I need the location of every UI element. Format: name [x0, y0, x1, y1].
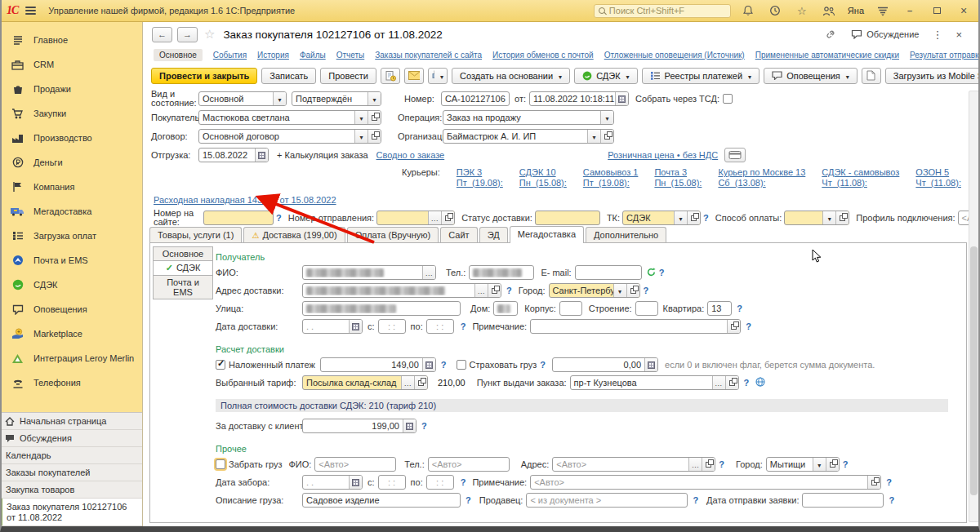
refresh-icon[interactable] [647, 268, 656, 278]
sidebar-item-current-order[interactable]: Заказ покупателя 102127106 от 11.08.2022 [0, 499, 142, 526]
service-tab-pochta-ems[interactable]: Почта и EMS [153, 275, 213, 299]
sidebar-item-megadostavka[interactable]: Мегадоставка [0, 199, 142, 224]
open-icon[interactable] [725, 376, 738, 389]
open-icon[interactable] [687, 211, 700, 224]
sidebar-item-pochta-ems[interactable]: Почта и EMS [0, 248, 142, 273]
post-and-close-button[interactable]: Провести и закрыть [151, 68, 257, 84]
sidebar-item-leroy-merlin[interactable]: Интеграция Leroy Merlin [0, 346, 142, 370]
apartment-field[interactable]: 13 [707, 301, 732, 316]
other-address-field[interactable]: <Авто> [552, 457, 715, 472]
help-icon[interactable]: ? [461, 321, 466, 331]
help-icon[interactable]: ? [421, 421, 427, 431]
more-menu-icon[interactable] [932, 29, 942, 41]
sidebar-item-dengi[interactable]: Деньги [0, 150, 142, 175]
open-icon[interactable] [826, 458, 839, 471]
other-city-field[interactable]: Мытищи [766, 457, 840, 472]
tab-site-orders[interactable]: Заказы покупателей с сайта [375, 51, 482, 60]
shipping-date-field[interactable]: 15.08.2022 [198, 148, 269, 162]
choose-icon[interactable] [422, 266, 435, 279]
delivery-date-field[interactable]: . . [302, 319, 363, 334]
open-icon[interactable] [488, 284, 501, 297]
help-icon[interactable]: ? [843, 459, 849, 469]
discussion-button[interactable]: Обсуждение [851, 29, 919, 39]
scrollbar-thumb[interactable] [970, 246, 978, 496]
load-mobile-smarts-button[interactable]: Загрузить из Mobile SMARTS [885, 68, 980, 84]
order-kind-field[interactable]: Основной [198, 91, 287, 106]
calendar-icon[interactable] [615, 92, 628, 105]
dropdown-icon[interactable] [354, 130, 368, 143]
fio-field[interactable] [302, 265, 436, 280]
forward-button[interactable] [177, 27, 198, 42]
post-button[interactable]: Провести [320, 68, 376, 84]
sidebar-item-discussions[interactable]: Обсуждения [0, 430, 142, 447]
city-field[interactable]: Санкт-Петербург [549, 283, 640, 298]
tab-sobytiya[interactable]: События [213, 51, 247, 60]
dropdown-icon[interactable] [600, 111, 613, 124]
cod-checkbox[interactable] [216, 360, 225, 370]
sidebar-item-kompaniya[interactable]: Компания [0, 175, 142, 199]
pickup-point-field[interactable]: пр-т Кузнецова [570, 375, 739, 390]
history-icon[interactable] [765, 5, 785, 16]
request-date-field[interactable] [802, 493, 884, 508]
tab-send-result[interactable]: Результат отправки (Простые оповещения) [910, 51, 980, 60]
save-button[interactable]: Записать [261, 68, 316, 84]
minimize-button[interactable] [900, 6, 920, 16]
delivery-address-field[interactable] [302, 283, 501, 298]
open-icon[interactable] [368, 130, 381, 143]
send-email-button[interactable] [404, 68, 424, 84]
order-summary-link[interactable]: Сводно о заказе [376, 150, 445, 160]
open-icon[interactable] [414, 376, 427, 389]
back-button[interactable] [152, 27, 172, 42]
sidebar-item-proizvodstvo[interactable]: Производство [0, 126, 142, 150]
choose-icon[interactable] [401, 376, 414, 389]
pickup-to-field[interactable]: : : [426, 475, 454, 490]
tracking-field[interactable] [376, 211, 455, 225]
sidebar-item-calendar[interactable]: Календарь [0, 447, 142, 464]
take-cargo-checkbox[interactable] [216, 459, 225, 469]
sidebar-item-marketplace[interactable]: Marketplace [0, 321, 142, 346]
building-field[interactable] [559, 301, 582, 316]
tk-field[interactable]: СДЭК [622, 211, 701, 225]
buyer-field[interactable]: Мастюкова светлана [198, 110, 381, 125]
note-field[interactable] [530, 319, 741, 334]
sidebar-item-sdek[interactable]: СДЭК [0, 273, 142, 297]
tab-goods-services[interactable]: Товары, услуги (1) [149, 227, 242, 242]
courier-link-ozon[interactable]: ОЗОН 5Чт_(11.08): [915, 167, 961, 188]
help-icon[interactable]: ? [659, 268, 665, 277]
tsd-checkbox[interactable] [723, 94, 733, 104]
close-tab-icon[interactable] [956, 29, 962, 41]
time-from-field[interactable]: : : [378, 319, 406, 334]
price-card-button[interactable] [724, 148, 746, 162]
tab-additional[interactable]: Дополнительно [586, 227, 666, 242]
site-number-field[interactable] [203, 211, 274, 225]
tab-megadostavka[interactable]: Мегадоставка [510, 226, 584, 243]
tab-faily[interactable]: Файлы [300, 51, 326, 60]
map-globe-icon[interactable] [755, 377, 765, 388]
order-calc-text[interactable]: + Калькуляция заказа [277, 150, 368, 160]
sidebar-item-customer-orders[interactable]: Заказы покупателей [0, 464, 142, 481]
email-field[interactable] [575, 265, 642, 280]
open-icon[interactable] [835, 211, 849, 224]
sidebar-item-home[interactable]: Начальная страница [0, 413, 142, 430]
dropdown-icon[interactable] [674, 211, 687, 224]
notifications-bell-icon[interactable] [738, 5, 758, 16]
help-icon[interactable]: ? [540, 360, 546, 370]
service-menu-icon[interactable] [873, 6, 893, 16]
choose-icon[interactable] [688, 458, 702, 471]
favorite-star-icon[interactable] [204, 27, 215, 42]
tab-osnovnoe[interactable]: Основное [154, 49, 203, 61]
dropdown-icon[interactable] [822, 211, 835, 224]
house-field[interactable] [493, 301, 518, 316]
choose-icon[interactable] [474, 284, 488, 297]
open-icon[interactable] [626, 284, 639, 297]
sidebar-item-goods-purchase[interactable]: Закупка товаров [0, 481, 142, 499]
document-button[interactable] [862, 68, 881, 84]
help-icon[interactable]: ? [746, 321, 751, 331]
support-users-icon[interactable] [819, 6, 839, 16]
print-button[interactable] [428, 68, 448, 84]
help-icon[interactable]: ? [506, 286, 512, 295]
help-icon[interactable]: ? [744, 378, 750, 388]
open-icon[interactable] [368, 111, 381, 124]
courier-link-cdek[interactable]: СДЭК 10Пн_(15.08): [519, 167, 567, 188]
sidebar-item-prodazhi[interactable]: Продажи [0, 77, 142, 101]
